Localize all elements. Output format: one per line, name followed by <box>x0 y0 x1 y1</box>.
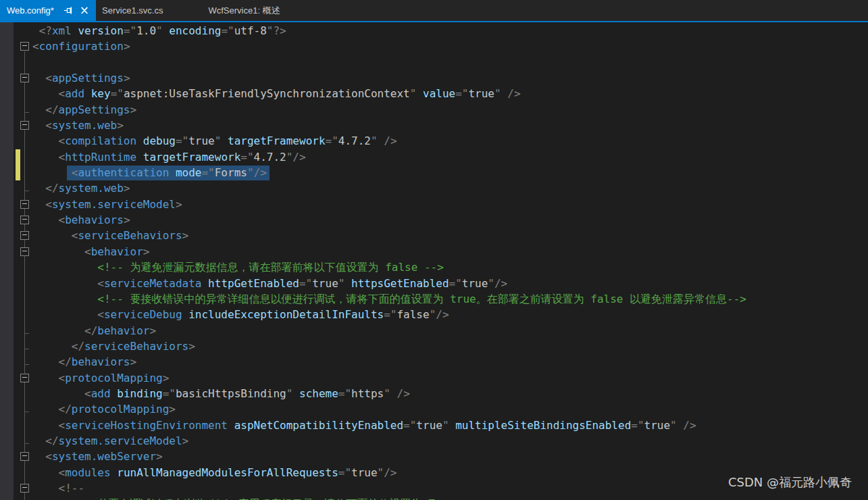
code-line-text: <!-- 为避免泄漏元数据信息，请在部署前将以下值设置为 false --> <box>0 259 868 275</box>
code-line[interactable]: <serviceBehaviors> <box>0 228 868 243</box>
code-line[interactable]: <behaviors> <box>0 212 868 228</box>
code-line[interactable]: 若要在调试过程中浏览 Web 应用程序根目录，请将下面的值设置为 True。 <box>0 496 868 500</box>
code-line-text: <behavior> <box>0 244 868 259</box>
code-line-text: </protocolMapping> <box>0 401 868 417</box>
code-line[interactable]: <protocolMapping> <box>0 370 868 386</box>
code-line[interactable]: <system.serviceModel> <box>0 197 868 212</box>
code-line[interactable] <box>0 55 868 70</box>
code-line[interactable]: <compilation debug="true" targetFramewor… <box>0 133 868 149</box>
code-line[interactable]: <serviceDebug includeExceptionDetailInFa… <box>0 307 868 322</box>
fold-end-tick <box>25 349 29 349</box>
code-line-text: <compilation debug="true" targetFramewor… <box>0 133 868 149</box>
code-line-text: </serviceBehaviors> <box>0 339 868 354</box>
code-line[interactable]: <system.webServer> <box>0 449 868 464</box>
code-line[interactable]: </behavior> <box>0 323 868 339</box>
tab-service1-svc-cs[interactable]: Service1.svc.cs <box>96 0 202 21</box>
code-line-text: <serviceHostingEnvironment aspNetCompati… <box>0 418 868 433</box>
code-line-text: <system.web> <box>0 118 868 133</box>
code-line[interactable]: </protocolMapping> <box>0 401 868 417</box>
code-line-text: 若要在调试过程中浏览 Web 应用程序根目录，请将下面的值设置为 True。 <box>0 496 868 500</box>
code-line-text: <serviceBehaviors> <box>0 228 868 243</box>
code-line-text: <authentication mode="Forms"/> <box>0 165 868 180</box>
code-line-text: </appSettings> <box>0 102 868 118</box>
pin-icon[interactable] <box>63 5 74 16</box>
tab-bar: Web.config* × Service1.svc.cs WcfService… <box>0 0 868 22</box>
code-line-text: <serviceMetadata httpGetEnabled="true" h… <box>0 276 868 291</box>
code-line[interactable]: </behaviors> <box>0 354 868 370</box>
watermark: CSDN @福元路小佩奇 <box>728 474 852 491</box>
code-line-text: <configuration> <box>0 39 868 54</box>
fold-end-tick <box>25 411 29 412</box>
tab-web-config[interactable]: Web.config* × <box>0 0 96 21</box>
code-line[interactable]: <!-- 要接收错误中的异常详细信息以便进行调试，请将下面的值设置为 true。… <box>0 291 868 307</box>
fold-collapse-icon[interactable] <box>20 374 29 382</box>
code-line-text: <?xml version="1.0" encoding="utf-8"?> <box>0 23 868 39</box>
code-content[interactable]: <?xml version="1.0" encoding="utf-8"?><c… <box>0 23 868 500</box>
code-line-text: <serviceDebug includeExceptionDetailInFa… <box>0 307 868 322</box>
code-line[interactable]: </system.web> <box>0 180 868 196</box>
code-line[interactable]: <?xml version="1.0" encoding="utf-8"?> <box>0 23 868 39</box>
fold-collapse-icon[interactable] <box>20 200 29 209</box>
tab-label: Service1.svc.cs <box>102 5 163 16</box>
code-line-text: </behaviors> <box>0 354 868 370</box>
code-line[interactable]: <httpRuntime targetFramework="4.7.2"/> <box>0 149 868 165</box>
code-line-text <box>0 55 868 70</box>
code-line[interactable]: <authentication mode="Forms"/> <box>0 165 868 180</box>
code-line-text: <behaviors> <box>0 212 868 228</box>
code-line-text: </system.serviceModel> <box>0 433 868 449</box>
fold-collapse-icon[interactable] <box>20 121 29 130</box>
code-line[interactable]: <!-- 为避免泄漏元数据信息，请在部署前将以下值设置为 false --> <box>0 259 868 275</box>
code-line-text: <!-- 要接收错误中的异常详细信息以便进行调试，请将下面的值设置为 true。… <box>0 291 868 307</box>
fold-collapse-icon[interactable] <box>20 216 29 224</box>
fold-collapse-icon[interactable] <box>20 74 29 82</box>
code-line[interactable]: <system.web> <box>0 118 868 133</box>
fold-collapse-icon[interactable] <box>20 42 29 51</box>
code-editor[interactable]: <?xml version="1.0" encoding="utf-8"?><c… <box>0 22 868 500</box>
fold-end-tick <box>25 443 29 444</box>
fold-collapse-icon[interactable] <box>20 484 29 493</box>
code-line[interactable]: <serviceHostingEnvironment aspNetCompati… <box>0 418 868 433</box>
code-line[interactable]: </serviceBehaviors> <box>0 339 868 354</box>
fold-collapse-icon[interactable] <box>20 247 29 256</box>
close-icon[interactable]: × <box>80 5 89 16</box>
fold-end-tick <box>25 333 29 334</box>
code-line[interactable]: <configuration> <box>0 39 868 54</box>
code-line-text: <system.serviceModel> <box>0 197 868 212</box>
code-line[interactable]: <serviceMetadata httpGetEnabled="true" h… <box>0 276 868 291</box>
tab-wcfservice1-overview[interactable]: WcfService1: 概述 <box>202 0 289 21</box>
selected-text: <authentication mode="Forms"/> <box>67 166 270 180</box>
code-line-text: <add binding="basicHttpsBinding" scheme=… <box>0 386 868 401</box>
code-line[interactable]: <appSettings> <box>0 70 868 86</box>
code-line-text: <protocolMapping> <box>0 370 868 386</box>
tab-label: Web.config* <box>7 5 54 16</box>
change-tracking-bar <box>16 165 20 180</box>
tab-label: WcfService1: 概述 <box>208 5 280 17</box>
code-line-text: <appSettings> <box>0 70 868 86</box>
fold-collapse-icon[interactable] <box>20 231 29 240</box>
code-line-text: </behavior> <box>0 323 868 339</box>
code-line-text: <httpRuntime targetFramework="4.7.2"/> <box>0 149 868 165</box>
change-tracking-bar <box>16 149 20 165</box>
code-line-text: <system.webServer> <box>0 449 868 464</box>
fold-end-tick <box>25 191 29 191</box>
code-line-text: <add key="aspnet:UseTaskFriendlySynchron… <box>0 86 868 101</box>
code-line[interactable]: </appSettings> <box>0 102 868 118</box>
code-line[interactable]: </system.serviceModel> <box>0 433 868 449</box>
code-line[interactable]: <add binding="basicHttpsBinding" scheme=… <box>0 386 868 401</box>
fold-end-tick <box>25 112 29 113</box>
code-line[interactable]: <behavior> <box>0 244 868 259</box>
fold-collapse-icon[interactable] <box>20 452 29 461</box>
code-line[interactable]: <add key="aspnet:UseTaskFriendlySynchron… <box>0 86 868 101</box>
fold-end-tick <box>25 364 29 365</box>
code-line-text: </system.web> <box>0 180 868 196</box>
